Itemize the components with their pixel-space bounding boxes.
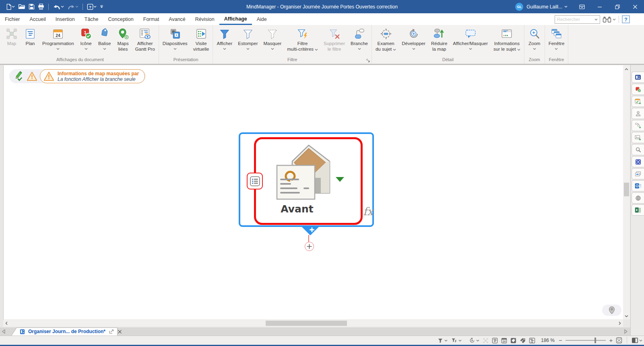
scroll-down-arrow[interactable] (624, 314, 629, 318)
new-document-button[interactable] (4, 2, 17, 12)
tab-popout-icon[interactable] (109, 329, 114, 334)
outline-view-status-button[interactable] (492, 338, 498, 344)
scroll-up-arrow[interactable] (624, 67, 629, 72)
ribbon-button-reduire-la-map[interactable]: Réduire la map (428, 25, 450, 52)
ribbon-button-diapositives[interactable]: Diapositives (160, 25, 190, 50)
warning-icon[interactable] (27, 71, 37, 81)
power-filter-button[interactable] (451, 338, 462, 344)
redo-button[interactable] (66, 2, 80, 12)
side-panel-search-button[interactable] (632, 144, 644, 155)
tab-tache[interactable]: Tâche (80, 13, 103, 25)
panel-toggle-button[interactable] (632, 337, 642, 344)
undo-button[interactable] (51, 2, 66, 12)
user-menu-chevron[interactable] (564, 6, 568, 8)
side-panel-excel-button[interactable] (632, 204, 644, 216)
side-panel-files-button[interactable] (632, 168, 644, 179)
tab-format[interactable]: Format (138, 13, 164, 25)
restore-button[interactable] (609, 0, 626, 13)
search-input[interactable]: Rechercher (555, 15, 600, 24)
user-avatar[interactable]: GL (515, 3, 523, 11)
side-panel-images-button[interactable] (632, 132, 644, 143)
tab-scroll-left[interactable] (2, 329, 6, 334)
zoom-out-button[interactable]: − (559, 338, 562, 342)
ribbon-display-options-button[interactable] (573, 0, 591, 13)
formula-badge[interactable]: fx (363, 205, 373, 218)
tab-aide[interactable]: Aide (252, 13, 272, 25)
edit-check-icon[interactable] (12, 71, 24, 82)
ribbon-button-filtre-multi-criteres[interactable]: Filtre multi-critères (284, 25, 321, 52)
schedule-view-status-button[interactable]: 24 (501, 338, 507, 344)
vertical-scroll-thumb[interactable] (624, 183, 629, 196)
map-warning-pill[interactable]: Informations de map masquées par La fonc… (40, 69, 145, 83)
ribbon-button-masquer[interactable]: Masquer (260, 25, 284, 50)
tab-accueil[interactable]: Accueil (25, 13, 51, 25)
zoom-in-button[interactable]: + (609, 338, 613, 342)
side-panel-resources-button[interactable] (632, 108, 644, 119)
dialog-launcher-icon[interactable] (366, 58, 370, 63)
side-panel-outlook-button[interactable] (632, 180, 644, 192)
tab-avance[interactable]: Avancé (164, 13, 190, 25)
help-icon-button[interactable]: ? (622, 15, 630, 23)
help-button[interactable]: ? (85, 2, 98, 12)
ribbon-button-estomper[interactable]: Estomper (235, 25, 260, 50)
ribbon-button-programmation[interactable]: 24Programmation (39, 25, 77, 50)
open-button[interactable] (17, 2, 27, 12)
ribbon-button-fenetre[interactable]: Fenêtre (546, 25, 568, 50)
side-panel-map-parts-button[interactable] (632, 120, 644, 131)
ribbon-button-examen-du-sujet[interactable]: Examen du sujet (373, 25, 399, 52)
ribbon-button-developper[interactable]: Développer (399, 25, 428, 50)
find-button[interactable] (603, 16, 616, 23)
topic-title[interactable]: Avant (254, 203, 340, 215)
customize-qat-button[interactable] (98, 2, 105, 12)
ribbon-button-plan[interactable]: Plan (21, 25, 39, 47)
scroll-left-arrow[interactable] (4, 321, 9, 325)
horizontal-scrollbar[interactable] (3, 320, 623, 327)
ribbon-button-informations-sur-le-sujet[interactable]: Informations sur le sujet (491, 25, 523, 52)
document-tab[interactable]: Organiser Journ... de Production* (11, 327, 118, 336)
tag-view-status-button[interactable] (520, 338, 526, 344)
fit-map-button[interactable] (616, 337, 622, 344)
ribbon-button-afficher-gantt-pro[interactable]: Afficher Gantt Pro (132, 25, 158, 52)
ribbon-button-visite-virtuelle[interactable]: Visite virtuelle (190, 25, 212, 52)
tab-close-icon[interactable] (118, 330, 122, 334)
ribbon-button-icone[interactable]: 1Icône (77, 25, 95, 50)
side-panel-web-button[interactable] (632, 192, 644, 204)
tab-conception[interactable]: Conception (103, 13, 138, 25)
icon-view-status-button[interactable] (510, 338, 516, 344)
filter-status-button[interactable] (437, 338, 448, 344)
print-button[interactable] (36, 2, 46, 12)
develop-status-button[interactable] (469, 337, 479, 344)
tab-revision[interactable]: Révision (190, 13, 219, 25)
tab-scroll-right[interactable] (624, 329, 628, 334)
tab-insertion[interactable]: Insertion (51, 13, 80, 25)
side-panel-task-info-button[interactable] (632, 96, 644, 107)
tab-fichier[interactable]: Fichier (0, 13, 25, 25)
close-button[interactable] (626, 0, 644, 13)
zoom-slider[interactable] (566, 340, 606, 341)
map-canvas[interactable]: Informations de map masquées par La fonc… (3, 65, 623, 319)
ribbon-button-afficher[interactable]: Afficher (214, 25, 235, 50)
minimize-button[interactable] (591, 0, 609, 13)
side-panel-markers-button[interactable] (632, 84, 644, 95)
ribbon-button-balise[interactable]: Balise (95, 25, 114, 50)
search-dropdown-chevron[interactable] (594, 19, 598, 21)
expand-collapse-arrow[interactable] (335, 177, 345, 182)
ribbon-button-branche[interactable]: Branche (348, 25, 371, 50)
ribbon-button-zoom[interactable]: Zoom (525, 25, 544, 50)
gantt-view-status-button[interactable] (529, 338, 535, 344)
user-name[interactable]: Guillaume Laill... (526, 4, 562, 10)
ribbon-button-afficher-masquer[interactable]: Afficher/Masquer (450, 25, 491, 50)
topic-list-button[interactable] (247, 173, 263, 189)
map-view-status-button[interactable] (483, 338, 489, 344)
map-pin-button[interactable] (602, 305, 621, 316)
save-button[interactable] (27, 2, 36, 12)
add-subtopic-button[interactable] (305, 242, 314, 251)
add-subtopic-handle[interactable] (301, 227, 319, 235)
side-panel-library-button[interactable] (632, 72, 644, 83)
tab-affichage[interactable]: Affichage (219, 13, 252, 25)
scroll-right-arrow[interactable] (617, 321, 622, 325)
horizontal-scroll-thumb[interactable] (266, 321, 347, 326)
side-panel-snapshot-button[interactable] (632, 156, 644, 167)
ribbon-button-maps-liees[interactable]: Maps liées (114, 25, 132, 52)
zoom-slider-handle[interactable] (594, 338, 596, 343)
